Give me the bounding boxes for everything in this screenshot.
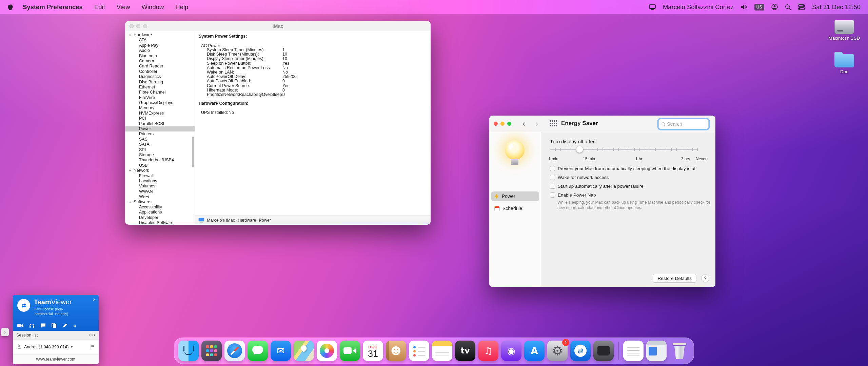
checkbox-0[interactable] (550, 166, 555, 171)
display-off-slider[interactable]: 1 min15 min1 hr3 hrsNever (550, 146, 698, 165)
dock-photos-icon[interactable] (317, 341, 337, 361)
partner-row[interactable]: Andres (1 048 393 014) ▾ (13, 340, 99, 354)
sidebar-item-accessibility[interactable]: Accessibility (125, 205, 195, 210)
dock-reminders-icon[interactable] (409, 341, 429, 361)
checkbox-row-1[interactable]: Wake for network access (550, 175, 696, 180)
sidebar-item-nvmexpress[interactable]: NVMExpress (125, 111, 195, 116)
dock-tv-icon[interactable]: tv (455, 341, 475, 361)
sidebar-item-apple-pay[interactable]: Apple Pay (125, 43, 195, 48)
sidebar-item-parallel-scsi[interactable]: Parallel SCSI (125, 121, 195, 126)
sysinfo-titlebar[interactable]: iMac (125, 21, 431, 31)
sidebar-item-memory[interactable]: Memory (125, 105, 195, 110)
disclosure-triangle-icon[interactable]: ▾ (129, 33, 134, 38)
dock-window-preview-icon[interactable] (646, 341, 667, 361)
checkbox-2[interactable] (550, 184, 555, 189)
desktop-icon-doc[interactable]: Doc (822, 52, 867, 74)
dock-system-preferences-icon[interactable]: ⚙1 (547, 341, 568, 361)
sidebar-scrollbar[interactable] (192, 137, 194, 167)
dock-contacts-icon[interactable]: ☻ (386, 341, 406, 361)
dock-notes-icon[interactable] (432, 341, 452, 361)
help-button[interactable]: ? (701, 274, 709, 282)
menu-edit[interactable]: Edit (94, 3, 105, 11)
menubar-clock[interactable]: Sat 31 Dec 12:50 (812, 3, 861, 11)
more-tools-icon[interactable]: » (73, 323, 76, 328)
minimize-button[interactable] (136, 24, 140, 28)
sidebar-item-storage[interactable]: Storage (125, 152, 195, 158)
breadcrumb-item-power[interactable]: Power (259, 218, 271, 223)
sidebar-item-ethernet[interactable]: Ethernet (125, 85, 195, 90)
search-input[interactable] (667, 121, 706, 127)
menu-window[interactable]: Window (142, 3, 164, 11)
checkbox-1[interactable] (550, 175, 555, 180)
sidebar-item-wi-fi[interactable]: Wi-Fi (125, 194, 195, 199)
flag-icon[interactable] (90, 344, 95, 349)
sidebar-item-diagnostics[interactable]: Diagnostics (125, 74, 195, 79)
sidebar-item-firewire[interactable]: FireWire (125, 95, 195, 100)
menubar-user-name[interactable]: Marcelo Sollazzini Cortez (663, 3, 734, 11)
breadcrumb-item-marcelo-s-imac[interactable]: Marcelo's iMac (207, 218, 235, 223)
menu-help[interactable]: Help (175, 3, 188, 11)
spotlight-search-icon[interactable] (785, 4, 791, 10)
close-button[interactable] (130, 24, 134, 28)
close-button[interactable] (494, 122, 498, 126)
sidebar-item-locations[interactable]: Locations (125, 179, 195, 184)
sidebar-item-applications[interactable]: Applications (125, 210, 195, 215)
dock-finder-icon[interactable] (178, 341, 199, 361)
checkbox-row-0[interactable]: Prevent your Mac from automatically slee… (550, 166, 696, 171)
checkbox-row-2[interactable]: Start up automatically after a power fai… (550, 184, 696, 189)
dock-music-icon[interactable]: ♫ (478, 341, 498, 361)
forward-button[interactable]: › (535, 119, 538, 128)
energy-toolbar[interactable]: ‹ › Energy Saver (489, 116, 715, 132)
dock-trash-icon[interactable] (669, 341, 690, 361)
sidebar-item-pci[interactable]: PCI (125, 116, 195, 121)
sidebar-item-sata[interactable]: SATA (125, 142, 195, 147)
sidebar-item-fibre-channel[interactable]: Fibre Channel (125, 90, 195, 95)
checkbox-3[interactable] (550, 192, 555, 198)
slider-thumb[interactable] (576, 146, 583, 153)
search-field[interactable] (658, 119, 709, 129)
sidebar-item-audio[interactable]: Audio (125, 48, 195, 53)
checkbox-row-3[interactable]: Enable Power Nap (550, 192, 696, 198)
sidebar-item-camera[interactable]: Camera (125, 59, 195, 64)
dock-facetime-icon[interactable] (340, 341, 360, 361)
sidebar-item-sas[interactable]: SAS (125, 137, 195, 142)
zoom-button[interactable] (507, 122, 511, 126)
sidebar-item-wwan[interactable]: WWAN (125, 189, 195, 194)
sidebar-item-usb[interactable]: USB (125, 163, 195, 168)
file-transfer-icon[interactable] (52, 323, 57, 328)
menu-view[interactable]: View (117, 3, 130, 11)
back-button[interactable]: ‹ (522, 119, 526, 128)
close-icon[interactable]: × (93, 297, 96, 302)
dock-safari-icon[interactable] (224, 341, 245, 361)
breadcrumb-item-hardware[interactable]: Hardware (238, 218, 256, 223)
teamviewer-collapse-tab[interactable]: › (1, 328, 9, 336)
restore-defaults-button[interactable]: Restore Defaults (653, 274, 696, 283)
menu-system-preferences[interactable]: System Preferences (23, 3, 83, 11)
teamviewer-website-link[interactable]: www.teamviewer.com (13, 354, 99, 364)
sidebar-item-schedule[interactable]: Schedule (491, 204, 539, 213)
show-all-grid-icon[interactable] (550, 120, 557, 127)
sidebar-section-network[interactable]: ▾Network (125, 168, 195, 173)
sidebar-item-power[interactable]: Power (125, 126, 195, 131)
sidebar-item-bluetooth[interactable]: Bluetooth (125, 54, 195, 59)
sidebar-item-controller[interactable]: Controller (125, 69, 195, 74)
sidebar-item-volumes[interactable]: Volumes (125, 184, 195, 189)
desktop-icon-macintosh-ssd[interactable]: Macintosh SSD (822, 20, 867, 41)
sidebar-item-printers[interactable]: Printers (125, 131, 195, 137)
sidebar-item-power[interactable]: Power (491, 191, 539, 201)
sidebar-section-software[interactable]: ▾Software (125, 200, 195, 205)
headset-icon[interactable] (29, 323, 35, 328)
volume-icon[interactable] (741, 4, 747, 10)
chevron-down-icon[interactable]: ▾ (94, 333, 95, 337)
video-call-icon[interactable] (17, 323, 23, 328)
dock-appstore-icon[interactable]: A (524, 341, 545, 361)
sidebar-item-card-reader[interactable]: Card Reader (125, 64, 195, 69)
display-mirroring-icon[interactable] (649, 4, 656, 10)
chat-icon[interactable] (40, 323, 46, 328)
dock-calendar-icon[interactable]: DEC31 (363, 341, 383, 361)
input-source-badge[interactable]: US (754, 4, 764, 11)
chevron-down-icon[interactable]: ▾ (71, 345, 73, 349)
sidebar-item-thunderbolt-usb4[interactable]: Thunderbolt/USB4 (125, 158, 195, 163)
dock-teamviewer-icon[interactable]: ⇄ (570, 341, 591, 361)
sidebar-item-firewall[interactable]: Firewall (125, 174, 195, 179)
